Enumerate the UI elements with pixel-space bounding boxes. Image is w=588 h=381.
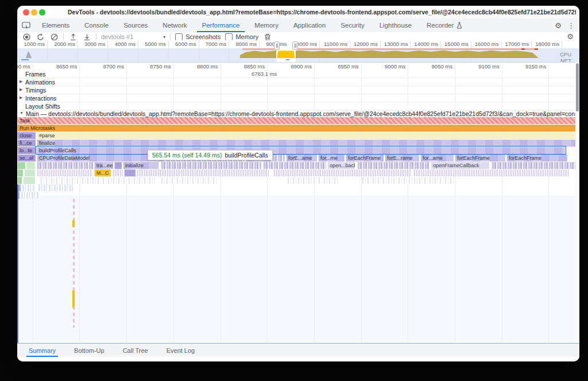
tab-recorder[interactable]: Recorder — [419, 18, 470, 32]
flame-bar-tex1[interactable] — [272, 155, 285, 161]
flame-bar-task[interactable]: Task — [17, 117, 575, 124]
panel-tab-bar: ElementsConsoleSourcesNetworkPerformance… — [17, 18, 579, 33]
tab-application[interactable]: Application — [286, 18, 333, 32]
track-label: Frames — [25, 71, 46, 78]
flame-bar-lavd[interactable] — [124, 170, 136, 176]
zoom-window-button[interactable] — [39, 9, 45, 16]
profile-select[interactable]: devtools #1 ▾ — [101, 33, 165, 40]
minimize-window-button[interactable] — [31, 9, 37, 16]
detail-tick-label: 8800 ms — [172, 63, 218, 70]
capture-settings-gear-icon[interactable]: ⚙ — [567, 32, 574, 41]
flame-bar-tex2[interactable] — [37, 170, 92, 176]
flame-bar-se-el[interactable]: se...el — [17, 155, 36, 161]
flame-bar-m-c[interactable]: M...C — [94, 170, 111, 176]
flame-bar-for-ame[interactable]: for...ame — [420, 155, 454, 161]
tab-memory[interactable]: Memory — [247, 18, 286, 32]
flame-bar-tex2[interactable] — [273, 170, 411, 176]
flame-bar-tex4[interactable] — [38, 184, 75, 191]
close-window-button[interactable] — [23, 9, 29, 16]
flame-bar-grn2[interactable] — [23, 177, 35, 184]
flame-bar-foreachframe[interactable]: forEachFrame — [346, 155, 384, 161]
flame-bar-tex3[interactable] — [40, 177, 155, 184]
screen-background: DevTools - devtools://devtools/bundled/d… — [0, 0, 588, 381]
track-row-animations[interactable]: ▶Animations — [17, 78, 575, 86]
bottom-tab-call-tree[interactable]: Call Tree — [122, 344, 149, 357]
inspect-element-icon[interactable] — [17, 18, 34, 32]
devtools-window: DevTools - devtools://devtools/bundled/d… — [17, 6, 579, 361]
track-row-timings[interactable]: ▶Timings — [17, 86, 575, 94]
tab-sources[interactable]: Sources — [116, 18, 155, 32]
flame-bar-for-me[interactable]: for...me — [318, 155, 345, 161]
screenshots-checkbox[interactable]: Screenshots — [175, 33, 220, 41]
bottom-tab-summary[interactable]: Summary — [28, 344, 57, 357]
bottom-tab-bottom-up[interactable]: Bottom-Up — [73, 344, 106, 357]
flame-bar-foreachframe[interactable]: forEachFrame — [506, 155, 567, 161]
tab-network[interactable]: Network — [155, 18, 194, 32]
flame-bar-grn2[interactable] — [24, 170, 35, 176]
flame-bar-tex2[interactable] — [413, 170, 568, 176]
flame-bar-tra-ee[interactable]: tra...ee — [94, 162, 113, 169]
collapse-arrow-icon[interactable]: ▶ — [20, 95, 22, 100]
flame-bar-tex3[interactable] — [362, 177, 454, 184]
flame-bar-openframecallback[interactable]: openFrameCallback — [431, 162, 489, 169]
flask-icon — [457, 22, 462, 29]
collapse-arrow-icon[interactable]: ▶ — [20, 79, 22, 84]
flame-bar-lo-te[interactable]: lo...te — [17, 147, 36, 154]
tab-security[interactable]: Security — [333, 18, 372, 32]
tab-elements[interactable]: Elements — [34, 18, 77, 32]
flame-bar-grn[interactable] — [17, 162, 25, 169]
main-thread-track-header[interactable]: ▼ Main — devtools://devtools/bundled/dev… — [17, 110, 575, 117]
flame-bar-close[interactable]: close — [17, 132, 36, 139]
detail-tick-label: 8600 ms — [17, 63, 30, 70]
memory-checkbox-box[interactable] — [225, 33, 233, 41]
tab-console[interactable]: Console — [77, 18, 116, 32]
flame-bar-cpuprofiledatamodel[interactable]: CPUProfileDataModel — [37, 155, 164, 161]
deep-stack-left-edge — [17, 184, 18, 343]
selection-right-handle[interactable] — [292, 41, 298, 50]
flame-bar-tex1[interactable] — [37, 162, 93, 169]
flame-bar-lavd[interactable] — [114, 162, 122, 169]
track-row-interactions[interactable]: ▶Interactions — [17, 94, 575, 102]
track-row-layout-shifts[interactable]: Layout Shifts — [17, 102, 575, 110]
flame-bar-fore-rame[interactable]: forE...rame — [385, 155, 419, 161]
vertical-scrollbar-thumb[interactable] — [576, 63, 579, 111]
frame-duration-label: 6783.1 ms — [252, 71, 277, 77]
flame-bar-tex4[interactable] — [21, 192, 39, 199]
collapse-arrow-icon[interactable]: ▶ — [20, 87, 22, 92]
screenshots-checkbox-box[interactable] — [175, 33, 183, 41]
flame-bar-initialize[interactable]: initialize — [123, 162, 158, 169]
flame-bar-tex3[interactable] — [287, 177, 339, 184]
flame-bar-fi-ce[interactable]: fi...ce — [17, 140, 36, 147]
collapse-arrow-icon[interactable]: ▼ — [20, 111, 24, 115]
flame-bar-fore-ame[interactable]: forE...ame — [286, 155, 317, 161]
track-label: Interactions — [25, 95, 56, 102]
flame-bar-tex2[interactable] — [113, 170, 123, 176]
settings-gear-icon[interactable]: ⚙ — [555, 22, 562, 29]
flame-bar-tex4[interactable] — [22, 184, 36, 191]
flame-bar-run-microtasks[interactable]: Run Microtasks — [17, 125, 575, 132]
screenshots-checkbox-label: Screenshots — [185, 33, 220, 40]
track-label: Timings — [25, 87, 46, 94]
flame-bar-tex3[interactable] — [161, 177, 218, 184]
flame-bar-tex1[interactable] — [263, 162, 326, 169]
flame-bar-tex1[interactable] — [492, 162, 575, 169]
flame-bar-tex1[interactable] — [161, 162, 261, 169]
summary-pane — [17, 357, 579, 361]
flame-bar-tex1[interactable] — [357, 162, 430, 169]
bottom-tab-event-log[interactable]: Event Log — [165, 344, 196, 357]
track-row-frames[interactable]: Frames — [17, 70, 575, 78]
flame-bar-open-back[interactable]: open...back — [327, 162, 355, 169]
flame-bar-parse[interactable]: #parse — [37, 132, 575, 139]
more-options-icon[interactable]: ⋮ — [567, 22, 575, 29]
track-label: Layout Shifts — [25, 103, 60, 110]
selection-left-handle[interactable] — [274, 41, 280, 50]
flame-bar-foreachframe[interactable]: forEachFrame — [455, 155, 505, 161]
flame-bar-tex2[interactable] — [137, 170, 269, 176]
tab-performance[interactable]: Performance — [195, 18, 247, 32]
memory-checkbox[interactable]: Memory — [225, 33, 258, 41]
flame-bar-grn2[interactable] — [26, 162, 35, 169]
detail-tick-label: 9050 ms — [407, 63, 452, 70]
tab-lighthouse[interactable]: Lighthouse — [372, 18, 419, 32]
flame-bar-grn[interactable] — [17, 177, 22, 184]
flame-bar-grn[interactable] — [17, 170, 23, 176]
